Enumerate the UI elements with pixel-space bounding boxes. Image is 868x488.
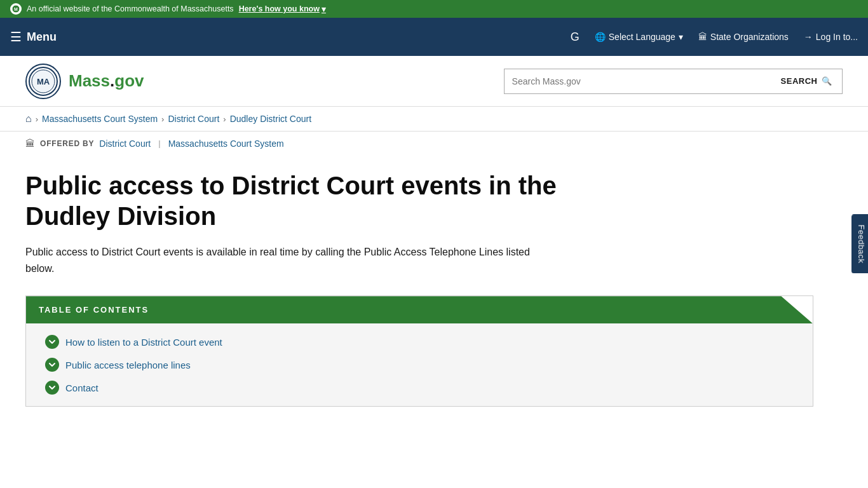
offered-district-court-link[interactable]: District Court xyxy=(99,139,151,149)
login-button[interactable]: → Log In to... xyxy=(804,32,858,42)
page-description: Public access to District Court events i… xyxy=(25,244,534,276)
building-icon: 🏛 xyxy=(698,32,707,42)
hamburger-icon[interactable]: ☰ xyxy=(10,29,22,44)
search-area: SEARCH 🔍 xyxy=(504,69,843,94)
svg-text:MA: MA xyxy=(37,77,50,86)
search-button[interactable]: SEARCH 🔍 xyxy=(771,69,843,94)
heres-how-button[interactable]: Here's how you know ▾ xyxy=(239,4,326,14)
offered-mass-court-link[interactable]: Massachusetts Court System xyxy=(168,139,284,149)
breadcrumb-sep-2: › xyxy=(161,114,164,124)
chevron-down-icon: ▾ xyxy=(679,32,683,42)
toc-link-2[interactable]: Public access telephone lines xyxy=(65,360,191,370)
breadcrumb-dudley[interactable]: Dudley District Court xyxy=(230,114,311,124)
official-text: An official website of the Commonwealth … xyxy=(27,4,234,13)
toc-body: How to listen to a District Court event … xyxy=(26,323,813,406)
toc-item-3[interactable]: Contact xyxy=(45,381,800,395)
toc-link-1[interactable]: How to listen to a District Court event xyxy=(65,337,222,348)
breadcrumb-district-court[interactable]: District Court xyxy=(168,114,219,124)
ma-seal-icon: M xyxy=(10,3,22,15)
page-title: Public access to District Court events i… xyxy=(25,170,597,231)
toc-link-3[interactable]: Contact xyxy=(65,383,98,393)
toc-item-2[interactable]: Public access telephone lines xyxy=(45,358,800,372)
site-logo-text: Mass.gov xyxy=(69,71,144,91)
feedback-tab[interactable]: Feedback xyxy=(851,214,868,273)
toc-chevron-icon-1 xyxy=(45,335,59,349)
toc-title: TABLE OF CONTENTS xyxy=(39,305,149,315)
offered-divider: | xyxy=(158,139,160,148)
select-language-button[interactable]: 🌐 Select Language ▾ xyxy=(595,32,683,42)
globe-icon: 🌐 xyxy=(595,32,606,42)
toc-item-1[interactable]: How to listen to a District Court event xyxy=(45,335,800,349)
breadcrumb: ⌂ › Massachusetts Court System › Distric… xyxy=(0,107,868,132)
toc-chevron-icon-3 xyxy=(45,381,59,395)
search-input[interactable] xyxy=(504,69,771,94)
nav-bar: ☰ Menu G 🌐 Select Language ▾ 🏛 State Org… xyxy=(0,18,868,56)
toc-container: TABLE OF CONTENTS How to listen to a Dis… xyxy=(25,295,813,407)
offered-by-icon: 🏛 xyxy=(25,138,35,149)
breadcrumb-sep-3: › xyxy=(223,114,226,124)
login-icon: → xyxy=(804,32,813,42)
search-icon: 🔍 xyxy=(822,76,832,86)
nav-right: G 🌐 Select Language ▾ 🏛 State Organizati… xyxy=(571,30,858,44)
toc-header: TABLE OF CONTENTS xyxy=(26,296,813,323)
nav-left: ☰ Menu xyxy=(10,29,57,44)
main-content: Public access to District Court events i… xyxy=(0,158,868,407)
breadcrumb-home[interactable]: ⌂ xyxy=(25,113,32,125)
breadcrumb-mass-court[interactable]: Massachusetts Court System xyxy=(42,114,158,124)
toc-chevron-icon-2 xyxy=(45,358,59,372)
svg-text:M: M xyxy=(14,7,18,11)
offered-by-label: OFFERED BY xyxy=(40,139,94,148)
official-banner: M An official website of the Commonwealt… xyxy=(0,0,868,18)
breadcrumb-sep-1: › xyxy=(36,114,38,124)
menu-label[interactable]: Menu xyxy=(27,30,57,44)
logo[interactable]: MA Mass.gov xyxy=(25,64,144,99)
logo-search-bar: MA Mass.gov SEARCH 🔍 xyxy=(0,56,868,107)
ma-seal-logo: MA xyxy=(25,64,61,99)
google-translate-icon: G xyxy=(571,30,580,44)
state-orgs-button[interactable]: 🏛 State Organizations xyxy=(698,32,789,42)
offered-by-bar: 🏛 OFFERED BY District Court | Massachuse… xyxy=(0,132,868,158)
